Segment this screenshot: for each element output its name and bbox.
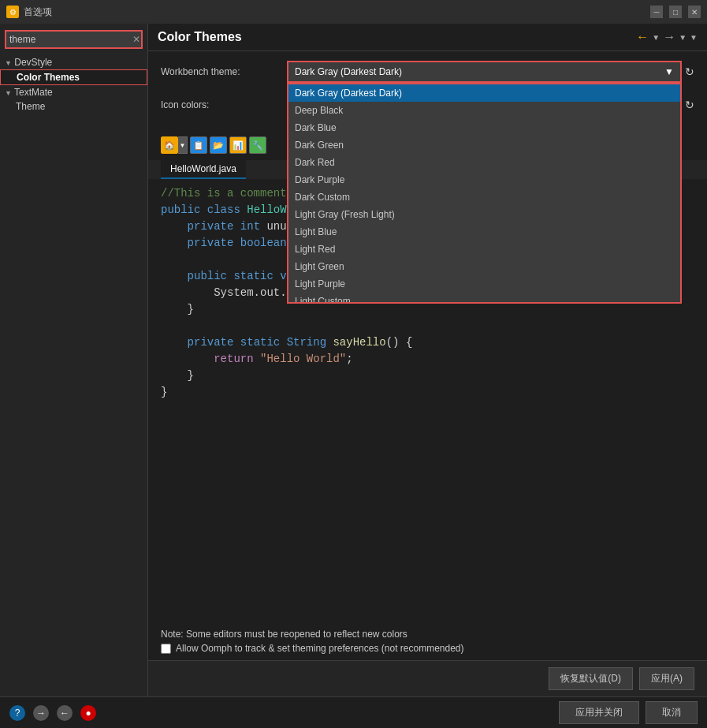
code-line: } xyxy=(161,368,694,384)
note-area: Note: Some editors must be reopened to r… xyxy=(148,622,707,660)
dropdown-item-light-custom[interactable]: Light Custom xyxy=(288,293,680,304)
bottom-bar: 恢复默认值(D) 应用(A) xyxy=(148,660,707,696)
dropdown-item-dark-blue[interactable]: Dark Blue xyxy=(288,119,680,136)
search-box: ✕ xyxy=(5,30,143,49)
workbench-theme-refresh-button[interactable]: ↻ xyxy=(685,65,694,78)
right-panel: Color Themes ← ▼ → ▼ ▼ Workbench theme: … xyxy=(148,24,707,696)
apply-close-button[interactable]: 应用并关闭 xyxy=(559,701,639,724)
arrow-icon: ▼ xyxy=(5,89,12,97)
footer-right: 应用并关闭 取消 xyxy=(559,701,698,724)
back-dropdown-button[interactable]: ▼ xyxy=(652,33,660,42)
record-icon[interactable]: ● xyxy=(80,705,96,721)
checkbox-row: Allow Oomph to track & set theming prefe… xyxy=(161,643,694,654)
panel-header: Color Themes ← ▼ → ▼ ▼ xyxy=(148,24,707,51)
note-text: Note: Some editors must be reopened to r… xyxy=(161,629,694,640)
sidebar-item-theme[interactable]: Theme xyxy=(0,99,147,114)
gear-toolbar-button[interactable]: 🔧 xyxy=(249,136,266,154)
cancel-button[interactable]: 取消 xyxy=(646,701,698,724)
close-button[interactable]: ✕ xyxy=(688,6,701,18)
dropdown-item-light-red[interactable]: Light Red xyxy=(288,241,680,258)
minimize-button[interactable]: ─ xyxy=(650,6,663,18)
dropdown-item-dark-red[interactable]: Dark Red xyxy=(288,154,680,171)
forward-dropdown-button[interactable]: ▼ xyxy=(679,33,687,42)
maximize-button[interactable]: □ xyxy=(669,6,682,18)
back-button[interactable]: ← xyxy=(636,30,649,44)
titlebar-controls: ─ □ ✕ xyxy=(650,6,701,18)
workbench-theme-row: Workbench theme: Dark Gray (Darkest Dark… xyxy=(161,61,694,83)
sidebar-item-textmate[interactable]: ▼ TextMate xyxy=(0,85,147,99)
titlebar: ⚙ 首选项 ─ □ ✕ xyxy=(0,0,707,24)
theme-dropdown-list: Dark Gray (Darkest Dark) Deep Black Dark… xyxy=(287,83,682,304)
more-button[interactable]: ▼ xyxy=(690,33,698,42)
titlebar-title: 首选项 xyxy=(24,6,52,19)
icon-colors-label: Icon colors: xyxy=(161,99,279,110)
footer: ? → ← ● 应用并关闭 取消 xyxy=(0,696,707,728)
dropdown-item-dark-gray[interactable]: Dark Gray (Darkest Dark) xyxy=(288,84,680,102)
code-line: private static String sayHello() { xyxy=(161,334,694,351)
code-line: return "Hello World"; xyxy=(161,351,694,368)
workbench-theme-select[interactable]: Dark Gray (Darkest Dark) ▼ xyxy=(287,61,682,83)
sidebar: ✕ ▼ DevStyle Color Themes ▼ TextMate The… xyxy=(0,24,148,696)
sidebar-item-devstyle[interactable]: ▼ DevStyle xyxy=(0,55,147,69)
copy-toolbar-button[interactable]: 📋 xyxy=(190,136,207,154)
forward-button[interactable]: → xyxy=(663,30,675,44)
code-line: } xyxy=(161,301,694,318)
code-line xyxy=(161,318,694,334)
main-content: ✕ ▼ DevStyle Color Themes ▼ TextMate The… xyxy=(0,24,707,696)
dropdown-chevron-icon: ▼ xyxy=(664,66,674,77)
footer-left: ? → ← ● xyxy=(9,705,96,721)
tab-hello-world[interactable]: HelloWorld.java xyxy=(161,160,246,179)
folder-toolbar-button[interactable]: 📂 xyxy=(210,136,227,154)
dropdown-item-dark-purple[interactable]: Dark Purple xyxy=(288,171,680,189)
apply-button[interactable]: 应用(A) xyxy=(639,667,694,690)
sidebar-item-color-themes[interactable]: Color Themes xyxy=(0,69,147,85)
arrow-icon: ▼ xyxy=(5,59,12,67)
workbench-theme-value: Dark Gray (Darkest Dark) xyxy=(295,66,402,77)
workbench-theme-dropdown-wrapper: Dark Gray (Darkest Dark) ▼ Dark Gray (Da… xyxy=(287,61,682,83)
dropdown-item-light-green[interactable]: Light Green xyxy=(288,258,680,275)
import-icon[interactable]: → xyxy=(33,705,49,721)
dropdown-item-light-gray[interactable]: Light Gray (Fresh Light) xyxy=(288,206,680,223)
chart-toolbar-button[interactable]: 📊 xyxy=(229,136,247,154)
form-area: Workbench theme: Dark Gray (Darkest Dark… xyxy=(148,51,707,136)
workbench-theme-control: Dark Gray (Darkest Dark) ▼ Dark Gray (Da… xyxy=(287,61,694,83)
help-icon[interactable]: ? xyxy=(9,705,25,721)
app-icon: ⚙ xyxy=(6,6,19,18)
dropdown-item-deep-black[interactable]: Deep Black xyxy=(288,102,680,119)
home-toolbar-dropdown[interactable]: ▼ xyxy=(178,136,188,154)
search-clear-icon[interactable]: ✕ xyxy=(132,34,140,45)
workbench-theme-label: Workbench theme: xyxy=(161,66,279,77)
panel-title: Color Themes xyxy=(158,30,242,44)
home-toolbar-button[interactable]: 🏠 xyxy=(161,136,178,154)
oomph-checkbox-label: Allow Oomph to track & set theming prefe… xyxy=(176,643,464,654)
code-line: } xyxy=(161,384,694,401)
search-input[interactable] xyxy=(5,30,143,49)
toolbar-dropdown-btn: 🏠 ▼ xyxy=(161,136,188,154)
oomph-checkbox[interactable] xyxy=(161,644,171,654)
icon-colors-refresh-button[interactable]: ↻ xyxy=(685,99,694,111)
dropdown-item-light-purple[interactable]: Light Purple xyxy=(288,275,680,293)
export-icon[interactable]: ← xyxy=(57,705,73,721)
dropdown-item-light-blue[interactable]: Light Blue xyxy=(288,223,680,241)
dropdown-item-dark-custom[interactable]: Dark Custom xyxy=(288,189,680,206)
dropdown-item-dark-green[interactable]: Dark Green xyxy=(288,136,680,154)
header-icons: ← ▼ → ▼ ▼ xyxy=(636,30,698,44)
restore-defaults-button[interactable]: 恢复默认值(D) xyxy=(549,667,633,690)
